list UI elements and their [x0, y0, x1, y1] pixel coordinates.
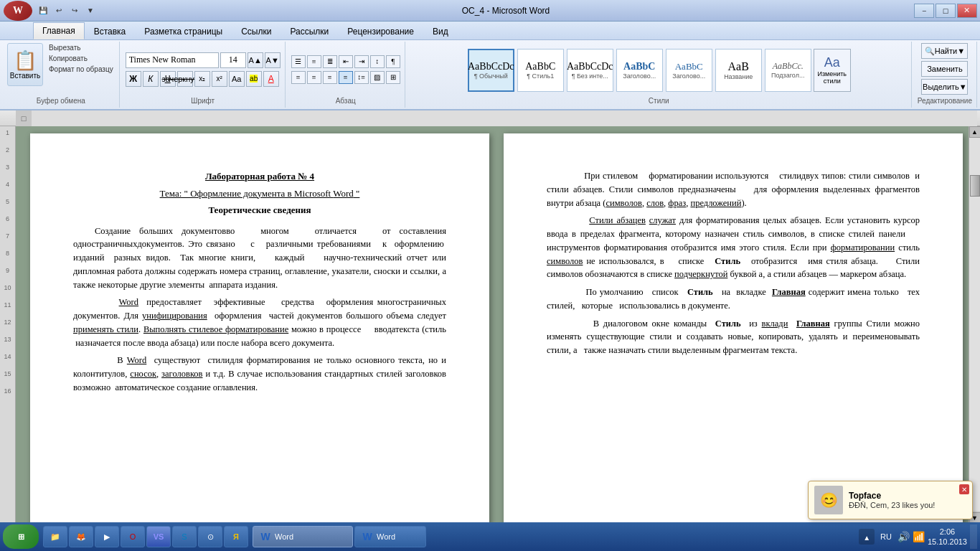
align-justify-button[interactable]: ≡	[339, 71, 353, 84]
tab-page-layout[interactable]: Разметка страницы	[135, 23, 232, 39]
undo-button[interactable]: ↩	[52, 4, 66, 17]
taskbar-icon-2[interactable]: 🦊	[69, 526, 93, 547]
time-display[interactable]: 2:06 15.10.2013	[928, 527, 967, 547]
replace-button[interactable]: Заменить	[921, 61, 968, 77]
tab-mailings[interactable]: Рассылки	[281, 23, 338, 39]
style-heading2[interactable]: AaBbC Заголово...	[666, 49, 712, 92]
system-tray: ▲ RU 🔊 📶 2:06 15.10.2013	[859, 524, 977, 549]
align-center-button[interactable]: ≡	[307, 71, 321, 84]
vertical-scrollbar[interactable]: ▲ ▼ ⊡	[969, 126, 980, 535]
start-button[interactable]: ⊞	[3, 524, 39, 549]
font-name-selector[interactable]: Times New Roman	[126, 52, 219, 68]
right-page[interactable]: При стилевом форматировании используются…	[504, 133, 963, 528]
shading-button[interactable]: ▨	[370, 71, 385, 84]
taskbar-icon-7[interactable]: ⊙	[198, 526, 222, 547]
notification-message: ĐĐŇ, Cem, 23 likes you!	[849, 501, 966, 509]
tray-network-icon[interactable]: 📶	[913, 531, 925, 543]
content-area: 1 2 3 4 5 6 7 8 9 10 11 12 13 14 15 16 Л…	[0, 126, 980, 535]
line-spacing-button[interactable]: ↕≡	[354, 71, 369, 84]
tray-volume-icon[interactable]: 🔊	[897, 531, 910, 543]
find-button[interactable]: 🔍 Найти ▼	[921, 43, 968, 59]
sort-button[interactable]: ↕	[370, 55, 385, 68]
select-button[interactable]: Выделить ▼	[921, 79, 968, 95]
font-color-button[interactable]: А	[263, 71, 279, 87]
font-row1: Times New Roman 14 A▲ A▼	[126, 52, 281, 68]
style-no-spacing[interactable]: AaBbCcDc ¶ Без инте...	[567, 49, 613, 92]
taskbar-icon-media: ▶	[104, 532, 110, 542]
show-marks-button[interactable]: ¶	[386, 55, 400, 68]
ribbon-group-clipboard: 📋 Вставить Вырезать Копировать Формат по…	[3, 42, 120, 108]
change-styles-label: Изменить стили	[814, 70, 850, 85]
tab-home[interactable]: Главная	[33, 22, 85, 39]
tab-references[interactable]: Ссылки	[232, 23, 281, 39]
tray-lang[interactable]: RU	[877, 532, 895, 541]
show-desktop-button[interactable]	[970, 524, 977, 549]
decrease-indent-button[interactable]: ⇤	[339, 55, 353, 68]
multilevel-button[interactable]: ≣	[323, 55, 337, 68]
style-heading1[interactable]: AaBbC Заголово...	[616, 49, 663, 92]
numbering-button[interactable]: ≡	[307, 55, 321, 68]
style-normal[interactable]: AaBbCcDc ¶ Обычный	[468, 49, 514, 92]
case-button[interactable]: Аа	[229, 71, 245, 87]
bold-button[interactable]: Ж	[126, 71, 141, 87]
font-size-selector[interactable]: 14	[220, 52, 246, 68]
styles-items: AaBbCcDc ¶ Обычный AaBbC ¶ Стиль1 AaBbCc…	[467, 43, 851, 97]
right-para-4: В диалоговом окне команды Стиль из вклад…	[547, 317, 920, 357]
quick-access-dropdown[interactable]: ▼	[83, 4, 98, 17]
svg-rect-0	[16, 110, 977, 126]
subscript-button[interactable]: x₂	[194, 71, 210, 87]
taskbar-icon-4[interactable]: O	[121, 526, 145, 547]
maximize-button[interactable]: □	[936, 4, 956, 18]
redo-button[interactable]: ↪	[67, 4, 82, 17]
increase-indent-button[interactable]: ⇥	[354, 55, 369, 68]
superscript-button[interactable]: x²	[212, 71, 227, 87]
tray-show-hidden[interactable]: ▲	[859, 529, 875, 545]
taskbar-icon-vs: VS	[154, 532, 164, 541]
paste-button[interactable]: 📋 Вставить	[7, 43, 43, 86]
clipboard-group-label: Буфер обмена	[37, 97, 85, 106]
font-shrink-button[interactable]: A▼	[265, 52, 281, 68]
ruler: □ // Ruler ticks rendered via SVG inline	[0, 110, 980, 126]
style-subtitle[interactable]: AaBbCc. Подзагол...	[765, 49, 811, 92]
office-button[interactable]: W	[4, 1, 32, 21]
tab-review[interactable]: Рецензирование	[338, 23, 423, 39]
taskbar-icon-8[interactable]: Я	[224, 526, 248, 547]
format-painter-button[interactable]: Формат по образцу	[47, 65, 115, 74]
tab-view[interactable]: Вид	[423, 23, 458, 39]
taskbar-icon-5[interactable]: VS	[146, 526, 171, 547]
change-styles-button[interactable]: Аа Изменить стили	[814, 49, 851, 92]
minimize-button[interactable]: −	[914, 4, 934, 18]
align-left-button[interactable]: ≡	[291, 71, 306, 84]
scroll-track[interactable]	[969, 138, 980, 511]
style-style1[interactable]: AaBbC ¶ Стиль1	[517, 49, 564, 92]
tab-insert[interactable]: Вставка	[85, 23, 136, 39]
paste-icon: 📋	[14, 50, 37, 72]
cut-button[interactable]: Вырезать	[47, 43, 115, 52]
font-grow-button[interactable]: A▲	[248, 52, 263, 68]
page-subtitle: Тема: " Оформление документа в Microsoft…	[73, 187, 446, 201]
scroll-thumb[interactable]	[970, 175, 980, 197]
taskbar-icon-1[interactable]: 📁	[43, 526, 67, 547]
taskbar-icon-folder: 📁	[50, 532, 60, 542]
italic-button[interactable]: К	[143, 71, 159, 87]
strikethrough-button[interactable]: зачеркнутый	[177, 71, 193, 87]
scroll-up-button[interactable]: ▲	[969, 126, 981, 138]
left-page[interactable]: Лабораторная работа № 4 Тема: " Оформлен…	[30, 133, 489, 528]
taskbar-icon-3[interactable]: ▶	[95, 526, 119, 547]
notification-close-button[interactable]: ✕	[959, 484, 969, 494]
borders-button[interactable]: ⊞	[386, 71, 400, 84]
ribbon-group-font: Times New Roman 14 A▲ A▼ Ж К Ч зачеркнут…	[121, 42, 286, 108]
style-title[interactable]: AaB Название	[715, 49, 762, 92]
bullets-button[interactable]: ☰	[291, 55, 306, 68]
font-group-label: Шрифт	[191, 97, 215, 106]
close-button[interactable]: ✕	[957, 4, 977, 18]
save-button[interactable]: 💾	[36, 4, 50, 17]
right-para-1: При стилевом форматировании используются…	[547, 169, 920, 209]
align-right-button[interactable]: ≡	[323, 71, 337, 84]
taskbar-word-1[interactable]: W Word	[253, 526, 353, 547]
copy-button[interactable]: Копировать	[47, 54, 115, 63]
highlight-button[interactable]: аb	[246, 71, 262, 87]
taskbar-icon-6[interactable]: S	[172, 526, 197, 547]
left-para-1: Создание больших документовво многом отл…	[73, 225, 446, 292]
taskbar-word-2[interactable]: W Word	[354, 526, 426, 547]
